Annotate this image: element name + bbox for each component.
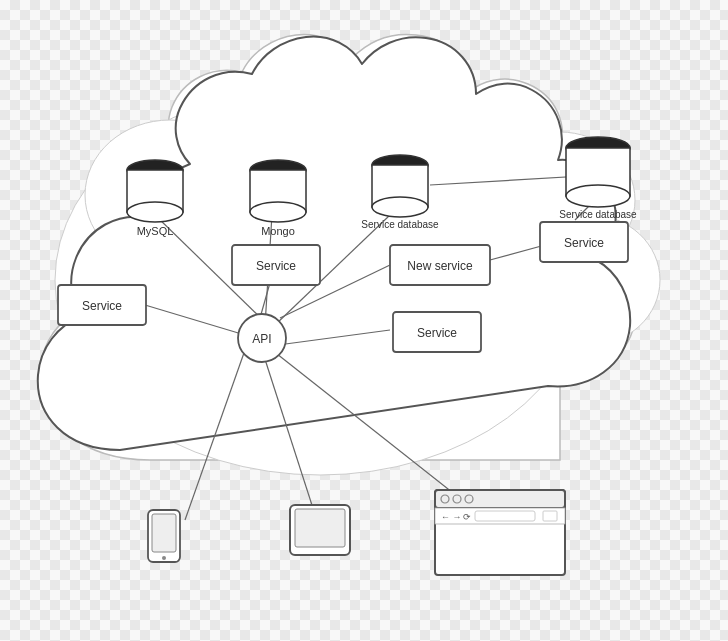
- background-pattern: [0, 0, 728, 641]
- main-container: MySQL Mongo Service database Service dat…: [0, 0, 728, 641]
